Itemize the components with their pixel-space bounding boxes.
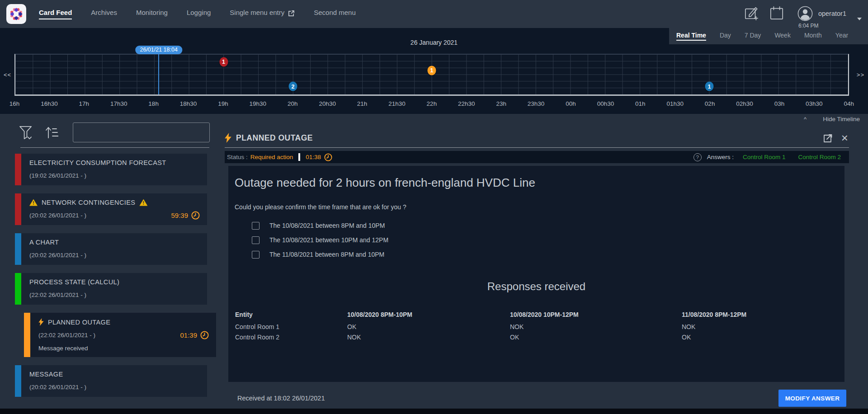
top-navbar: Card Feed Archives Monitoring Logging [0,0,868,28]
feed-card[interactable]: ! A CHART ! (20:02 26/01/2021 - ) [15,233,207,265]
outage-heading: Outage needed for 2 hours on french-engl… [235,176,838,190]
feed-card[interactable]: ! MESSAGE ! (20:02 26/01/2021 - ) [15,365,207,397]
card-subtitle-row: (19:02 26/01/2021 - ) [29,171,200,180]
clock-icon [324,153,332,161]
range-tab[interactable]: Year [835,32,848,41]
responses-title: Responses received [235,280,838,293]
card-period: (20:02 26/01/2021 - ) [29,252,86,259]
timeline-next-button[interactable]: >> [857,71,864,78]
timeframe-options: The 10/08/2021 between 8PM and 10PM The … [235,221,838,259]
card-title-row: ! PLANNED OUTAGE ! [38,318,209,326]
feed-toolbar [9,121,217,144]
event-count-badge[interactable]: 1 [428,66,436,75]
card-period: (22:02 26/01/2021 - ) [29,292,86,298]
current-time-marker[interactable]: 26/01/21 18:04 [135,46,182,54]
nav-menu-item[interactable]: Single menu entry [230,9,295,19]
nav-menu-item[interactable]: Archives [91,9,117,19]
user-menu[interactable]: operator1 6:04 PM [797,6,846,29]
lightning-icon [38,318,44,326]
checkbox[interactable] [252,222,259,230]
external-link-icon [288,10,295,17]
card-title-row: ! NETWORK CONTINGENCIES ! [29,199,200,206]
chevron-down-icon[interactable] [857,18,862,20]
option-label: The 10/08/2021 between 10PM and 12PM [269,236,388,244]
range-tab[interactable]: 7 Day [745,32,761,41]
confirmation-question: Could you please confirm the time frame … [235,203,838,211]
app-screen: Card Feed Archives Monitoring Logging [0,0,868,414]
card-subtitle-row: (22:02 26/01/2021 - ) [29,291,200,299]
calendar-button[interactable] [769,6,784,20]
modify-answer-button[interactable]: MODIFY ANSWER [778,390,846,407]
timeline-grid[interactable]: 26/01/21 18:04 1 2 1 1 [14,54,849,96]
card-title: NETWORK CONTINGENCIES [42,199,135,206]
range-tab[interactable]: Real Time [676,32,706,41]
expand-icon[interactable] [823,133,833,143]
card-title: MESSAGE [29,371,63,378]
operator-fabric-logo-icon [9,6,24,22]
card-title-row: ! ELECTRICITY CONSUMPTION FORECAST ! [29,159,200,166]
nav-menu-item[interactable]: Monitoring [136,9,168,19]
event-count-badge[interactable]: 1 [219,57,228,66]
answers-label: Answers : [707,154,734,160]
table-cell: Control Room 1 [235,323,347,330]
current-time-line [158,54,159,94]
close-icon[interactable]: × [841,133,848,142]
status-separator [298,153,300,161]
table-header: 10/08/2020 10PM-12PM [510,311,682,320]
lightning-icon [225,133,231,143]
timeframe-option[interactable]: The 10/08/2021 between 8PM and 10PM [235,221,838,230]
table-cell: OK [510,334,682,341]
table-cell: NOK [347,334,510,341]
nav-menu-item[interactable]: Second menu [314,9,356,19]
clock-icon [191,211,200,220]
feed-card[interactable]: ! NETWORK CONTINGENCIES ! (20:02 26/01/2… [15,193,207,225]
feed-card[interactable]: ! PLANNED OUTAGE ! (22:02 26/01/2021 - )… [24,313,216,357]
timeline-prev-button[interactable]: << [4,71,11,78]
countdown-value: 01:38 [306,154,321,160]
sort-button[interactable] [45,126,58,139]
navbar-right-tools: operator1 6:04 PM [744,0,862,29]
app-logo[interactable] [6,4,26,24]
countdown-value: 59:39 [171,212,188,219]
answers-section: ? Answers : Control Room 1Control Room 2 [693,153,845,161]
card-title-row: ! PROCESS STATE (CALCUL) ! [29,278,200,286]
warning-icon: ! [139,199,147,206]
nav-menu-item[interactable]: Logging [187,9,211,19]
answer-entity-link[interactable]: Control Room 2 [798,154,841,160]
search-input[interactable] [73,122,210,142]
card-subtitle-row: (22:02 26/01/2021 - ) 01:39 [38,331,209,339]
feed-card[interactable]: ! ELECTRICITY CONSUMPTION FORECAST ! (19… [15,154,207,185]
help-icon[interactable]: ? [693,153,702,161]
timeframe-option[interactable]: The 10/08/2021 between 10PM and 12PM [235,236,838,244]
event-count-badge[interactable]: 2 [288,82,297,91]
table-cell: OK [682,334,838,341]
timeframe-option[interactable]: The 11/08/2021 between 8PM and 10PM [235,250,838,259]
nav-menu-item[interactable]: Card Feed [39,9,72,19]
range-tab[interactable]: Week [774,32,791,41]
card-countdown: 01:39 [180,331,209,339]
card-period: (22:02 26/01/2021 - ) [38,332,95,339]
status-value: Required action [250,154,293,160]
checkbox[interactable] [252,236,259,244]
create-card-button[interactable] [744,6,759,20]
checkbox[interactable] [252,251,259,259]
card-title: A CHART [29,239,59,246]
table-header: Entity [235,311,347,320]
event-count-badge[interactable]: 1 [705,82,713,91]
status-bar: Status : Required action 01:38 ? Answers… [225,151,849,163]
answer-entity-link[interactable]: Control Room 1 [743,154,786,160]
card-detail-panel: PLANNED OUTAGE × Status : Required actio… [225,120,849,414]
card-title: PROCESS STATE (CALCUL) [29,278,119,286]
range-tab[interactable]: Month [804,32,822,41]
filter-button[interactable] [19,126,34,140]
range-tab[interactable]: Day [720,32,731,41]
card-title-row: ! A CHART ! [29,239,200,246]
feed-card[interactable]: ! PROCESS STATE (CALCUL) ! (22:02 26/01/… [15,273,207,305]
received-timestamp: Received at 18:02 26/01/2021 [237,395,325,402]
avatar-icon [797,6,813,21]
card-subtitle-row: (20:02 26/01/2021 - ) 59:39 [29,211,200,220]
card-title: PLANNED OUTAGE [48,319,110,326]
card-content: Outage needed for 2 hours on french-engl… [228,166,844,382]
feed-divider [20,147,209,148]
countdown-value: 01:39 [180,331,197,339]
